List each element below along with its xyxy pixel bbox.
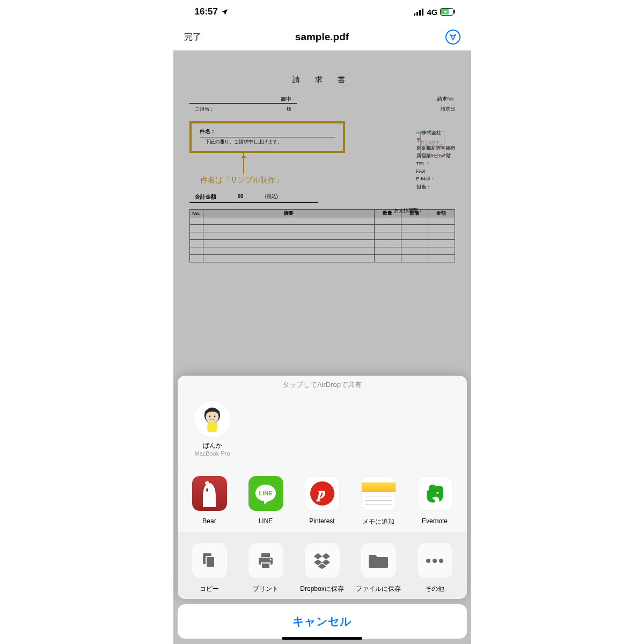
svg-rect-0 [414, 13, 415, 16]
svg-rect-1 [416, 12, 418, 16]
share-sheet: タップしてAirDropで共有 ばんか MacBook Pro Bear [178, 376, 467, 644]
cancel-button[interactable]: キャンセル [178, 604, 467, 639]
svg-rect-2 [419, 10, 421, 16]
svg-point-9 [209, 415, 211, 418]
annotate-icon[interactable] [445, 30, 460, 45]
share-app-notes[interactable]: メモに追加 [353, 476, 404, 526]
battery-icon [440, 8, 455, 16]
signal-icon [414, 9, 425, 16]
line-icon: LINE [248, 476, 283, 511]
svg-text:LINE: LINE [259, 490, 272, 496]
app-label: Bear [202, 517, 216, 525]
share-app-line[interactable]: LINE LINE [240, 476, 291, 526]
svg-rect-19 [261, 563, 270, 568]
app-label: Pinterest [309, 517, 334, 525]
action-label: コピー [200, 584, 219, 594]
svg-rect-16 [206, 557, 215, 567]
pinterest-icon: 𝒑 [305, 476, 340, 511]
location-icon [221, 8, 229, 16]
svg-rect-3 [422, 9, 423, 16]
action-label: Dropboxに保存 [300, 584, 343, 594]
nav-bar: 完了 sample.pdf [173, 24, 471, 50]
status-time: 16:57 [195, 6, 218, 17]
svg-point-20 [270, 559, 272, 560]
airdrop-header: タップしてAirDropで共有 [178, 376, 467, 392]
bear-icon [192, 476, 227, 511]
airdrop-name: ばんか [203, 441, 222, 450]
action-label: ファイルに保存 [356, 584, 401, 594]
copy-icon [192, 543, 227, 578]
share-app-bear[interactable]: Bear [184, 476, 235, 526]
app-share-section: Bear LINE LINE 𝒑 Pinterest [178, 465, 467, 532]
share-app-evernote[interactable]: Evernote [409, 476, 460, 526]
app-label: メモに追加 [362, 517, 394, 526]
svg-point-21 [426, 559, 430, 563]
status-bar: 16:57 4G [173, 0, 471, 24]
airdrop-target[interactable]: ばんか MacBook Pro [188, 400, 237, 457]
airdrop-avatar [194, 400, 231, 438]
more-icon [418, 543, 452, 578]
action-section: コピー プリント Dropboxに保存 [178, 532, 467, 599]
svg-rect-11 [207, 422, 217, 432]
action-files[interactable]: ファイルに保存 [353, 543, 404, 594]
print-icon [248, 543, 283, 578]
action-copy[interactable]: コピー [184, 543, 235, 594]
action-print[interactable]: プリント [240, 543, 291, 594]
phone-frame: 16:57 4G 完了 sample.pdf 請 求 書 御中 請求No. ご担… [173, 0, 471, 644]
network-label: 4G [427, 8, 437, 17]
evernote-icon [418, 476, 452, 511]
action-label: プリント [253, 584, 279, 594]
svg-point-10 [214, 415, 216, 418]
notes-icon [361, 476, 396, 511]
airdrop-device: MacBook Pro [194, 450, 230, 457]
action-label: その他 [425, 584, 444, 594]
svg-point-22 [433, 559, 437, 563]
svg-point-12 [206, 488, 208, 492]
svg-point-23 [439, 559, 443, 563]
app-label: Evernote [422, 517, 448, 525]
action-more[interactable]: その他 [409, 543, 460, 594]
action-dropbox[interactable]: Dropboxに保存 [297, 543, 348, 594]
dropbox-icon [305, 543, 340, 578]
folder-icon [361, 543, 396, 578]
svg-rect-5 [453, 10, 455, 13]
share-app-pinterest[interactable]: 𝒑 Pinterest [297, 476, 348, 526]
svg-point-13 [205, 481, 209, 485]
home-indicator[interactable] [282, 637, 362, 640]
svg-rect-17 [261, 553, 270, 557]
page-title: sample.pdf [295, 31, 349, 43]
done-button[interactable]: 完了 [184, 32, 201, 43]
app-label: LINE [259, 517, 273, 525]
airdrop-section: ばんか MacBook Pro [178, 392, 467, 465]
